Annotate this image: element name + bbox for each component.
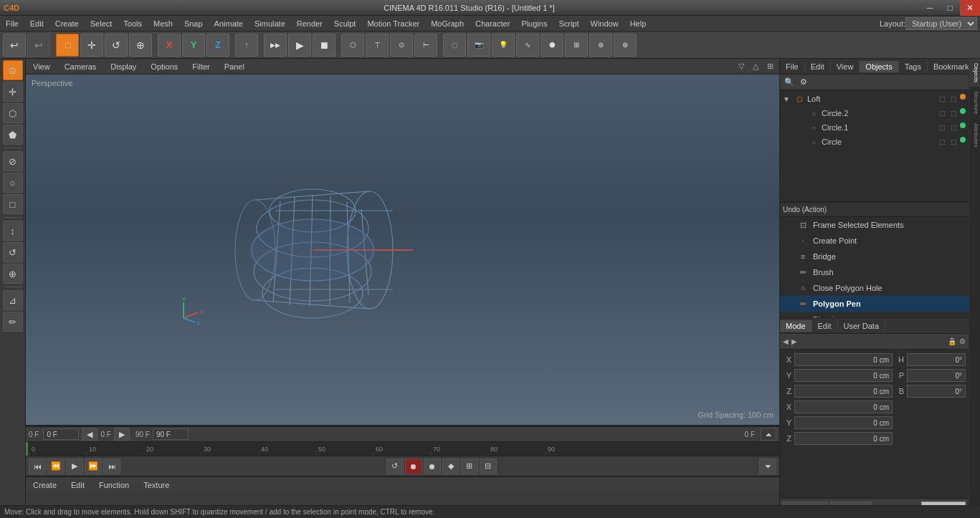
sculpt-brush[interactable]: ✏ Brush: [780, 264, 969, 280]
minimize-button[interactable]: ─: [920, 0, 940, 16]
circle1-vis-2[interactable]: ⬚: [948, 123, 958, 133]
layout-select[interactable]: Startup (User): [905, 17, 977, 30]
loop-button[interactable]: ↺: [386, 459, 404, 474]
menu-plugins[interactable]: Plugins: [515, 16, 553, 32]
expand-loft-icon[interactable]: ▼: [783, 95, 791, 103]
sculpt-bridge[interactable]: ≡ Bridge: [780, 249, 969, 264]
mat-menu-function[interactable]: Function: [95, 479, 133, 491]
loft-vis-2[interactable]: ⬚: [948, 94, 958, 104]
tool-rect-selection[interactable]: □: [3, 194, 23, 214]
menu-tools[interactable]: Tools: [118, 16, 148, 32]
attr-tab-userdata[interactable]: User Data: [838, 320, 886, 332]
sculpt-close-hole[interactable]: ○ Close Polygon Hole: [780, 280, 969, 296]
rotate-tool-button[interactable]: ↺: [105, 34, 128, 57]
axis-x-button[interactable]: X: [158, 34, 181, 57]
tool-points[interactable]: ✛: [3, 82, 23, 102]
viewport-3d[interactable]: Perspective Grid Spacing: 100 cm: [26, 75, 779, 425]
objects-tab-edit[interactable]: Edit: [805, 61, 831, 72]
maximize-button[interactable]: □: [940, 0, 960, 16]
attr-tab-mode[interactable]: Mode: [780, 320, 812, 332]
tool-scale[interactable]: ⊕: [3, 264, 23, 284]
tool-move[interactable]: ↕: [3, 221, 23, 241]
menu-file[interactable]: File: [0, 16, 24, 32]
tool-polygons[interactable]: ⬟: [3, 125, 23, 145]
vp-menu-options[interactable]: Options: [146, 61, 182, 72]
vp-menu-panel[interactable]: Panel: [220, 61, 249, 72]
tool-uvw[interactable]: ⊘: [3, 151, 23, 171]
attr-lock-icon[interactable]: 🔒: [948, 337, 956, 345]
right-view-button[interactable]: ⊢: [414, 34, 437, 57]
objects-tab-objects[interactable]: Objects: [860, 61, 898, 72]
sculpt-frame-selected[interactable]: ⊡ Frame Selected Elements: [780, 217, 969, 233]
circle-vis-2[interactable]: ⬚: [948, 137, 958, 147]
light-button[interactable]: 💡: [492, 34, 515, 57]
tool-rotate[interactable]: ↺: [3, 242, 23, 262]
vp-icon-2[interactable]: △: [749, 60, 762, 73]
menu-mograph[interactable]: MoGraph: [425, 16, 470, 32]
sculpt-polygon-pen[interactable]: ✏ Polygon Pen: [780, 296, 969, 312]
menu-help[interactable]: Help: [624, 16, 652, 32]
play-forward-button[interactable]: ▶▶: [264, 34, 287, 57]
go-end-button[interactable]: ⏭: [103, 459, 120, 474]
b-rot-input[interactable]: [907, 385, 966, 398]
axis-z-button[interactable]: Z: [206, 34, 229, 57]
keyframe-button[interactable]: ◆: [442, 459, 460, 474]
camera-button[interactable]: 📷: [467, 34, 490, 57]
move-tool-button[interactable]: ✛: [80, 34, 103, 57]
mat-menu-edit[interactable]: Edit: [67, 479, 89, 491]
objects-tab-view[interactable]: View: [831, 61, 860, 72]
obj-search-icon[interactable]: 🔍: [783, 76, 796, 89]
vp-menu-view[interactable]: View: [29, 61, 54, 72]
go-start-button[interactable]: ⏮: [29, 459, 46, 474]
stop-button[interactable]: ⏹: [313, 34, 336, 57]
h-rot-input[interactable]: [907, 353, 966, 366]
polygon-button[interactable]: ⬟: [541, 34, 563, 57]
tool-live-selection[interactable]: ○: [3, 173, 23, 193]
menu-render[interactable]: Render: [291, 16, 328, 32]
mat-menu-texture[interactable]: Texture: [139, 479, 173, 491]
motion-button[interactable]: ⊞: [461, 459, 478, 474]
tool-brush[interactable]: ✏: [3, 312, 23, 332]
tool-edges[interactable]: ⬡: [3, 103, 23, 123]
menu-snap[interactable]: Snap: [179, 16, 209, 32]
playback-options[interactable]: ⏷: [759, 459, 776, 474]
close-button[interactable]: ✕: [960, 0, 980, 16]
timeline-button[interactable]: ⊟: [480, 459, 497, 474]
object-mode-button[interactable]: ↑: [235, 34, 258, 57]
sculpt-create-point[interactable]: · Create Point: [780, 233, 969, 249]
menu-character[interactable]: Character: [470, 16, 515, 32]
objects-tab-bookmarks[interactable]: Bookmarks: [928, 61, 969, 72]
perspective-view-button[interactable]: ⬡: [341, 34, 364, 57]
object-circle[interactable]: ▶ ○ Circle ⬚ ⬚: [780, 135, 969, 149]
null-button[interactable]: ◌: [443, 34, 466, 57]
object-circle1[interactable]: ▶ ○ Circle.1 ⬚ ⬚: [780, 120, 969, 135]
vp-icon-1[interactable]: ▽: [735, 60, 748, 73]
redo-button[interactable]: ↩: [27, 34, 50, 57]
front-view-button[interactable]: ⊙: [390, 34, 413, 57]
curve-button[interactable]: ∿: [516, 34, 539, 57]
x-pos-input[interactable]: [794, 353, 893, 366]
play-button[interactable]: ▶: [66, 459, 83, 474]
menu-create[interactable]: Create: [49, 16, 85, 32]
select-tool-button[interactable]: ⬚: [56, 34, 79, 57]
current-frame-input[interactable]: [43, 428, 79, 440]
frame-back-btn[interactable]: ◀: [82, 428, 97, 441]
sculpt-dissolve[interactable]: ◌ Dissolve: [780, 312, 969, 317]
vp-icon-3[interactable]: ⊞: [763, 60, 776, 73]
menu-animate[interactable]: Animate: [209, 16, 249, 32]
menu-script[interactable]: Script: [553, 16, 584, 32]
play-button[interactable]: ▶: [288, 34, 311, 57]
circle1-vis-1[interactable]: ⬚: [937, 123, 947, 133]
frame-end-btn[interactable]: ⏶: [761, 428, 776, 441]
record-button[interactable]: ⏺: [405, 459, 422, 474]
menu-mesh[interactable]: Mesh: [148, 16, 179, 32]
vp-menu-cameras[interactable]: Cameras: [60, 61, 101, 72]
object-circle2[interactable]: ▶ ○ Circle.2 ⬚ ⬚: [780, 106, 969, 120]
z-pos-input[interactable]: [794, 385, 893, 398]
object-loft[interactable]: ▼ ⬡ Loft ⬚ ⬚: [780, 92, 969, 106]
axis-y-button[interactable]: Y: [182, 34, 205, 57]
undo-button[interactable]: ↩: [3, 34, 26, 57]
loft-vis-1[interactable]: ⬚: [937, 94, 947, 104]
deformer-button[interactable]: ⊞: [565, 34, 588, 57]
attr-back-btn[interactable]: ◀: [783, 337, 789, 345]
